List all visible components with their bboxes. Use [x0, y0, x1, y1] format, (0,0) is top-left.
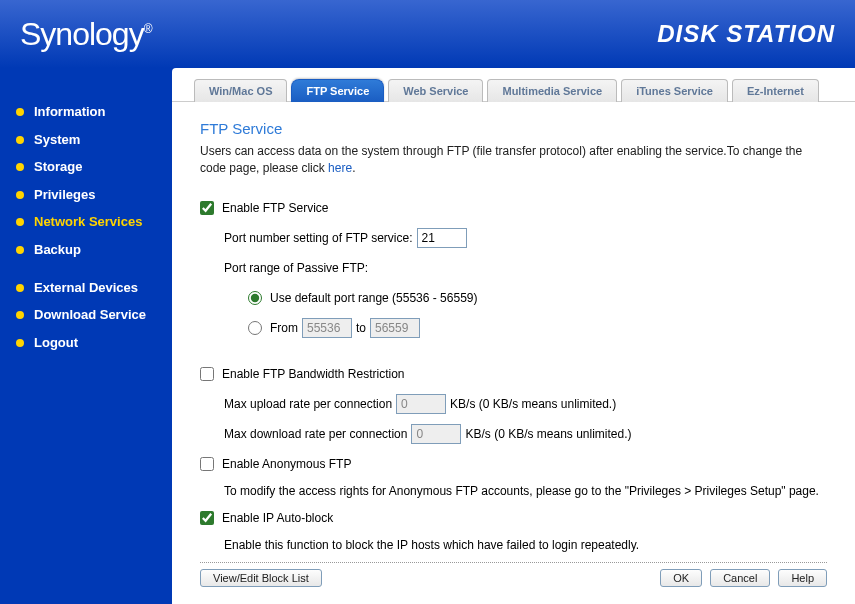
bullet-icon: [16, 246, 24, 254]
bullet-icon: [16, 339, 24, 347]
upload-rate-note: KB/s (0 KB/s means unlimited.): [450, 397, 616, 411]
button-row: View/Edit Block List OK Cancel Help: [200, 562, 827, 587]
page-title: FTP Service: [200, 120, 827, 137]
anonymous-checkbox[interactable]: [200, 457, 214, 471]
sidebar-item-label: Download Service: [34, 307, 146, 323]
download-rate-note: KB/s (0 KB/s means unlimited.): [465, 427, 631, 441]
sidebar-item-storage[interactable]: Storage: [0, 153, 172, 181]
passive-to-label: to: [356, 321, 366, 335]
action-buttons: OK Cancel Help: [660, 569, 827, 587]
sidebar-item-label: System: [34, 132, 80, 148]
sidebar-item-external-devices[interactable]: External Devices: [0, 274, 172, 302]
sidebar-item-label: External Devices: [34, 280, 138, 296]
port-label: Port number setting of FTP service:: [224, 231, 413, 245]
passive-default-radio[interactable]: [248, 291, 262, 305]
bullet-icon: [16, 136, 24, 144]
sidebar-item-label: Backup: [34, 242, 81, 258]
port-input[interactable]: [417, 228, 467, 248]
sidebar-item-label: Logout: [34, 335, 78, 351]
download-rate-row: Max download rate per connection KB/s (0…: [200, 423, 827, 445]
passive-custom-radio[interactable]: [248, 321, 262, 335]
upload-rate-input[interactable]: [396, 394, 446, 414]
autoblock-note: Enable this function to block the IP hos…: [200, 537, 827, 554]
passive-custom-row: From to: [200, 317, 827, 339]
sidebar-item-network-services[interactable]: Network Services: [0, 208, 172, 236]
bullet-icon: [16, 108, 24, 116]
upload-rate-row: Max upload rate per connection KB/s (0 K…: [200, 393, 827, 415]
passive-from-input[interactable]: [302, 318, 352, 338]
passive-from-label: From: [270, 321, 298, 335]
product-title: DISK STATION: [657, 20, 835, 48]
enable-ftp-checkbox[interactable]: [200, 201, 214, 215]
autoblock-row: Enable IP Auto-block: [200, 507, 827, 529]
enable-ftp-row: Enable FTP Service: [200, 197, 827, 219]
anonymous-note: To modify the access rights for Anonymou…: [200, 483, 827, 500]
tabs: Win/Mac OS FTP Service Web Service Multi…: [172, 68, 855, 102]
content-body: FTP Service Users can access data on the…: [172, 102, 855, 604]
sidebar-item-information[interactable]: Information: [0, 98, 172, 126]
bandwidth-row: Enable FTP Bandwidth Restriction: [200, 363, 827, 385]
anonymous-label: Enable Anonymous FTP: [222, 457, 351, 471]
passive-to-input[interactable]: [370, 318, 420, 338]
bullet-icon: [16, 191, 24, 199]
bullet-icon: [16, 311, 24, 319]
passive-label-row: Port range of Passive FTP:: [200, 257, 827, 279]
sidebar-item-label: Storage: [34, 159, 82, 175]
header: Synology® DISK STATION: [0, 0, 855, 68]
sidebar-item-label: Network Services: [34, 214, 142, 230]
content: Win/Mac OS FTP Service Web Service Multi…: [172, 68, 855, 604]
code-page-link[interactable]: here: [328, 161, 352, 175]
tab-multimedia-service[interactable]: Multimedia Service: [487, 79, 617, 102]
autoblock-label: Enable IP Auto-block: [222, 511, 333, 525]
upload-rate-label: Max upload rate per connection: [224, 397, 392, 411]
bullet-icon: [16, 163, 24, 171]
tab-ftp-service[interactable]: FTP Service: [291, 79, 384, 102]
tab-web-service[interactable]: Web Service: [388, 79, 483, 102]
sidebar-item-logout[interactable]: Logout: [0, 329, 172, 357]
tab-itunes-service[interactable]: iTunes Service: [621, 79, 728, 102]
main: Information System Storage Privileges Ne…: [0, 68, 855, 604]
desc-text: Users can access data on the system thro…: [200, 144, 802, 175]
view-edit-block-list-button[interactable]: View/Edit Block List: [200, 569, 322, 587]
tab-ez-internet[interactable]: Ez-Internet: [732, 79, 819, 102]
bullet-icon: [16, 218, 24, 226]
passive-default-label: Use default port range (55536 - 56559): [270, 291, 477, 305]
sidebar-item-label: Information: [34, 104, 106, 120]
cancel-button[interactable]: Cancel: [710, 569, 770, 587]
logo: Synology®: [20, 16, 151, 53]
help-button[interactable]: Help: [778, 569, 827, 587]
download-rate-label: Max download rate per connection: [224, 427, 407, 441]
bandwidth-label: Enable FTP Bandwidth Restriction: [222, 367, 405, 381]
sidebar-item-privileges[interactable]: Privileges: [0, 181, 172, 209]
sidebar-item-backup[interactable]: Backup: [0, 236, 172, 264]
tab-win-mac-os[interactable]: Win/Mac OS: [194, 79, 287, 102]
desc-suffix: .: [352, 161, 355, 175]
page-description: Users can access data on the system thro…: [200, 143, 827, 177]
passive-label: Port range of Passive FTP:: [224, 261, 368, 275]
autoblock-checkbox[interactable]: [200, 511, 214, 525]
ok-button[interactable]: OK: [660, 569, 702, 587]
port-row: Port number setting of FTP service:: [200, 227, 827, 249]
bullet-icon: [16, 284, 24, 292]
passive-default-row: Use default port range (55536 - 56559): [200, 287, 827, 309]
sidebar-item-system[interactable]: System: [0, 126, 172, 154]
download-rate-input[interactable]: [411, 424, 461, 444]
sidebar-item-download-service[interactable]: Download Service: [0, 301, 172, 329]
sidebar: Information System Storage Privileges Ne…: [0, 68, 172, 604]
anonymous-row: Enable Anonymous FTP: [200, 453, 827, 475]
enable-ftp-label: Enable FTP Service: [222, 201, 329, 215]
sidebar-item-label: Privileges: [34, 187, 95, 203]
bandwidth-checkbox[interactable]: [200, 367, 214, 381]
